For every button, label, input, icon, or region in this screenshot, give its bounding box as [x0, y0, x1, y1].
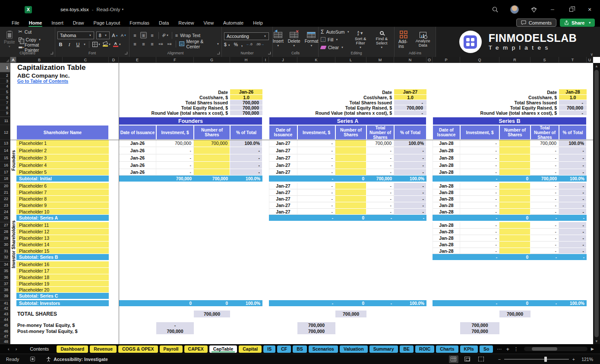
data-cell[interactable]: [335, 202, 366, 209]
data-cell[interactable]: [499, 196, 531, 202]
column-header-O[interactable]: O: [426, 57, 433, 63]
close-button[interactable]: ✕: [586, 6, 593, 13]
data-cell[interactable]: [499, 162, 531, 169]
scroll-down-icon[interactable]: ▼: [595, 338, 598, 344]
data-cell[interactable]: -: [394, 189, 426, 196]
subtotal-value[interactable]: -: [297, 215, 335, 221]
data-cell[interactable]: Jan-26: [119, 162, 156, 169]
format-painter-button[interactable]: Format Painter: [19, 44, 53, 50]
data-cell[interactable]: -: [460, 169, 499, 176]
sort-filter-button[interactable]: AZ▼ Sort & Filter▼: [351, 30, 370, 49]
info-value[interactable]: 1.0: [394, 95, 426, 100]
data-cell[interactable]: -: [156, 154, 194, 162]
delete-cells-button[interactable]: Delete▼: [286, 31, 302, 47]
shareholder-cell[interactable]: Placeholder 2: [16, 147, 109, 154]
next-sheet-icon[interactable]: ›: [16, 346, 17, 351]
sheet-tab-revenue[interactable]: Revenue: [90, 345, 117, 353]
dialog-launcher-icon[interactable]: [125, 52, 127, 54]
data-cell[interactable]: -: [559, 202, 587, 209]
data-cell[interactable]: [194, 162, 230, 169]
increase-indent-icon[interactable]: »≡: [166, 41, 173, 47]
ribbon-tab-review[interactable]: Review: [174, 19, 199, 27]
data-cell[interactable]: [194, 147, 230, 154]
data-cell[interactable]: [194, 154, 230, 162]
row-header-23[interactable]: 23: [0, 202, 10, 209]
sheet-tab-valuation[interactable]: Valuation: [340, 345, 368, 353]
row-header-28[interactable]: 28: [0, 229, 10, 235]
shareholder-cell[interactable]: Placeholder 4: [16, 162, 109, 169]
data-cell[interactable]: -: [531, 248, 559, 254]
data-cell[interactable]: -: [460, 147, 499, 154]
data-cell[interactable]: -: [460, 183, 499, 189]
increase-font-icon[interactable]: A▲: [112, 32, 118, 38]
column-header-G[interactable]: G: [194, 57, 230, 63]
data-cell[interactable]: -: [394, 196, 426, 202]
subtotal-value[interactable]: -: [460, 176, 499, 182]
column-header-R[interactable]: R: [499, 57, 531, 63]
grid-canvas[interactable]: Capitalization TableABC Company Inc.Go t…: [10, 63, 593, 344]
data-cell[interactable]: Jan-27: [269, 209, 297, 215]
shareholder-cell[interactable]: Placeholder 1: [16, 140, 109, 147]
vertical-scroll-thumb[interactable]: [594, 70, 599, 337]
user-avatar[interactable]: [510, 5, 519, 14]
column-header-D[interactable]: D: [109, 57, 119, 63]
ribbon-tab-insert[interactable]: Insert: [47, 19, 68, 27]
prev-sheet-icon[interactable]: ‹: [8, 346, 9, 351]
data-cell[interactable]: -: [559, 229, 587, 235]
shareholder-cell[interactable]: Placeholder 5: [16, 169, 109, 176]
data-cell[interactable]: -: [531, 222, 559, 229]
data-cell[interactable]: [499, 248, 531, 254]
data-cell[interactable]: Jan-28: [433, 162, 460, 169]
sheet-tab-roic[interactable]: ROIC: [415, 345, 434, 353]
data-cell[interactable]: [499, 169, 531, 176]
sheet-tab-cogs-opex[interactable]: COGS & OPEX: [118, 345, 158, 353]
row-header-13[interactable]: 13: [0, 140, 10, 147]
data-cell[interactable]: -: [559, 222, 587, 229]
data-cell[interactable]: -: [156, 162, 194, 169]
search-icon[interactable]: [492, 6, 499, 13]
insert-cells-button[interactable]: Insert▼: [271, 31, 285, 47]
shareholder-cell[interactable]: Placeholder 16: [16, 261, 109, 268]
row-header-29[interactable]: 29: [0, 235, 10, 242]
align-bottom-icon[interactable]: ≡: [149, 32, 155, 38]
data-cell[interactable]: -: [297, 196, 335, 202]
subtotal-value[interactable]: 700,000: [156, 176, 194, 182]
data-cell[interactable]: -: [559, 235, 587, 242]
subtotal-value[interactable]: -: [531, 254, 559, 260]
data-cell[interactable]: -: [230, 154, 262, 162]
data-cell[interactable]: [499, 209, 531, 215]
data-cell[interactable]: [499, 154, 531, 162]
align-middle-icon[interactable]: ≡: [140, 32, 147, 38]
wrap-text-button[interactable]: ≡Wrap Text: [175, 32, 200, 38]
row-header-36[interactable]: 36: [0, 274, 10, 281]
data-cell[interactable]: -: [559, 169, 587, 176]
info-value[interactable]: 700,000: [230, 100, 262, 105]
data-cell[interactable]: -: [297, 169, 335, 176]
align-center-icon[interactable]: ≡: [140, 41, 147, 47]
align-left-icon[interactable]: ≡: [132, 41, 138, 47]
accessibility-status[interactable]: Accessibility: Investigate: [46, 357, 107, 362]
data-cell[interactable]: Jan-27: [269, 189, 297, 196]
orientation-button[interactable]: ab▼: [162, 32, 169, 38]
data-cell[interactable]: [335, 196, 366, 202]
page-layout-view-button[interactable]: [463, 355, 472, 363]
subtotal-value[interactable]: -: [297, 176, 335, 182]
row-header-6[interactable]: 6: [0, 95, 10, 100]
data-cell[interactable]: -: [460, 162, 499, 169]
column-header-I[interactable]: I: [262, 57, 269, 63]
data-cell[interactable]: [499, 202, 531, 209]
sheet-tab-payroll[interactable]: Payroll: [160, 345, 183, 353]
row-header-14[interactable]: 14: [0, 147, 10, 154]
data-cell[interactable]: -: [366, 169, 394, 176]
data-cell[interactable]: -: [394, 202, 426, 209]
sheet-tab-summary[interactable]: Summary: [369, 345, 398, 353]
subtotal-value[interactable]: -: [366, 300, 394, 306]
data-cell[interactable]: [499, 147, 531, 154]
post-money-value[interactable]: 700,000: [297, 328, 335, 334]
info-value[interactable]: Jan-28: [559, 89, 587, 95]
row-header-27[interactable]: 27: [0, 222, 10, 229]
column-header-M[interactable]: M: [366, 57, 394, 63]
data-cell[interactable]: -: [366, 183, 394, 189]
zoom-out-button[interactable]: −: [498, 357, 501, 362]
info-value[interactable]: 1.0: [559, 95, 587, 100]
